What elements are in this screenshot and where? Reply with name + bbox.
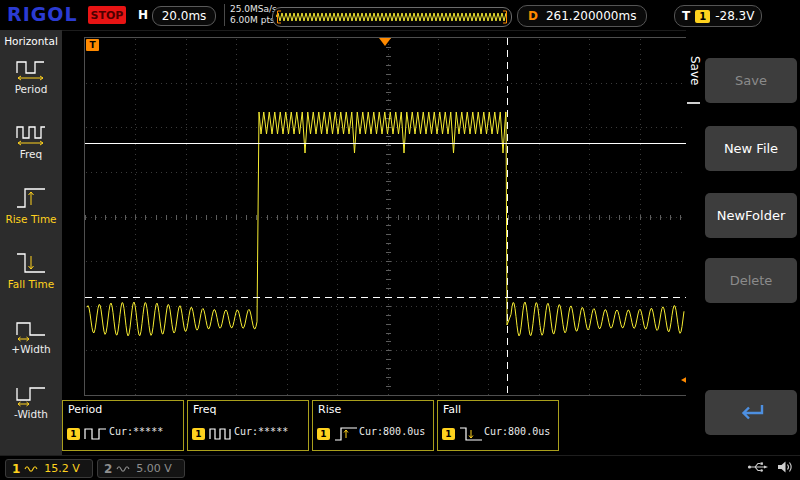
fall-glyph-icon — [458, 425, 484, 443]
measurement-name: Fall — [443, 403, 461, 416]
freq-glyph-icon — [208, 425, 234, 443]
channel2-scale: 5.00 V — [136, 462, 172, 475]
new-folder-button[interactable]: NewFolder — [705, 193, 797, 238]
sidebar-item-label: Period — [0, 83, 62, 95]
measurement-name: Period — [68, 403, 102, 416]
channel1-scale: 15.2 V — [44, 462, 80, 475]
sidebar-item-label: -Width — [0, 408, 62, 420]
sidebar-item-label: Fall Time — [0, 278, 62, 290]
period-icon — [14, 54, 48, 82]
trigger-time-badge: T — [86, 39, 99, 51]
measurement-source-badge: 1 — [442, 428, 455, 440]
trigger-level-value: -28.3V — [715, 9, 754, 23]
memory-preview-canvas — [276, 10, 508, 24]
measurement-panel-period[interactable]: Period 1 Cur:***** Avg:***** Max:***** M… — [62, 400, 184, 451]
top-bar: RIGOL STOP H 20.0ms 25.0MSa/s 6.00M pts … — [0, 0, 800, 31]
measurement-source-badge: 1 — [192, 428, 205, 440]
sidebar-title: Horizontal — [0, 35, 62, 47]
sidebar-item-freq[interactable]: Freq — [0, 117, 62, 179]
measurement-panel-fall[interactable]: Fall 1 Cur:800.0us Avg:800.0us Max:1.000… — [437, 400, 559, 451]
delay-readout[interactable]: D 261.200000ms — [517, 5, 647, 27]
status-icons — [747, 460, 794, 474]
fall-time-icon — [14, 249, 48, 277]
channel1-number: 1 — [12, 462, 20, 476]
channel1-coupling-icon — [24, 464, 40, 474]
measurement-cur: Cur:800.0us — [484, 426, 550, 438]
measurement-cur: Cur:800.0us — [359, 426, 425, 438]
oscilloscope-screen: RIGOL STOP H 20.0ms 25.0MSa/s 6.00M pts … — [0, 0, 800, 480]
usb-icon — [747, 461, 769, 473]
menu-title: Save — [688, 56, 702, 85]
sidebar-item-period[interactable]: Period — [0, 52, 62, 114]
measurement-cur: Cur:***** — [234, 426, 288, 438]
soft-menu: Save Save New File NewFolder Delete — [686, 30, 800, 455]
channel2-coupling-icon — [116, 464, 132, 474]
acquisition-info: 25.0MSa/s 6.00M pts — [224, 4, 277, 26]
run-state-badge: STOP — [88, 6, 126, 24]
return-arrow-icon — [734, 401, 768, 425]
sidebar-item-label: +Width — [0, 343, 62, 355]
sample-rate: 25.0MSa/s — [230, 4, 277, 15]
measurement-name: Rise — [318, 403, 341, 416]
measurement-panel-freq[interactable]: Freq 1 Cur:***** Avg:***** Max:***** Min… — [187, 400, 309, 451]
memory-depth: 6.00M pts — [230, 15, 277, 26]
back-button[interactable] — [705, 390, 797, 435]
new-file-button[interactable]: New File — [705, 126, 797, 171]
channel1-status[interactable]: 1 15.2 V — [5, 459, 93, 478]
channel2-status[interactable]: 2 5.00 V — [97, 459, 185, 478]
delay-label: D — [528, 9, 538, 23]
sidebar-item-label: Rise Time — [0, 213, 62, 225]
sidebar-item-minus-width[interactable]: -Width — [0, 377, 62, 439]
measure-sidebar: Horizontal Period Freq Rise Time — [0, 30, 62, 455]
sidebar-item-plus-width[interactable]: +Width — [0, 312, 62, 374]
rise-glyph-icon — [333, 425, 359, 443]
trigger-source-badge: 1 — [695, 10, 710, 23]
status-bar: 1 15.2 V 2 5.00 V — [0, 455, 800, 480]
save-button[interactable]: Save — [705, 58, 797, 103]
measurement-cur: Cur:***** — [109, 426, 163, 438]
period-glyph-icon — [83, 425, 109, 443]
measurement-source-badge: 1 — [317, 428, 330, 440]
menu-divider — [687, 102, 700, 104]
timebase-value[interactable]: 20.0ms — [152, 6, 216, 26]
trigger-position-marker-icon — [379, 38, 391, 46]
sidebar-item-label: Freq — [0, 148, 62, 160]
delete-button[interactable]: Delete — [705, 258, 797, 303]
measurement-source-badge: 1 — [67, 428, 80, 440]
trigger-label: T — [682, 9, 690, 23]
delay-value: 261.200000ms — [546, 9, 636, 23]
rise-time-icon — [14, 184, 48, 212]
waveform-display — [85, 38, 690, 395]
trigger-readout[interactable]: T 1 -28.3V — [674, 5, 762, 27]
waveform-memory-strip[interactable] — [272, 7, 512, 27]
sidebar-item-rise-time[interactable]: Rise Time — [0, 182, 62, 244]
minus-width-icon — [14, 379, 48, 407]
measurement-name: Freq — [193, 403, 217, 416]
graticule-frame — [84, 37, 691, 396]
speaker-icon — [777, 460, 794, 474]
plus-width-icon — [14, 314, 48, 342]
measurement-panel-rise[interactable]: Rise 1 Cur:800.0us Avg:800.0us Max:2.200… — [312, 400, 434, 451]
horizontal-scale-label: H — [138, 8, 148, 22]
sidebar-item-fall-time[interactable]: Fall Time — [0, 247, 62, 309]
freq-icon — [14, 119, 48, 147]
rigol-logo: RIGOL — [7, 3, 78, 25]
channel2-number: 2 — [104, 462, 112, 476]
